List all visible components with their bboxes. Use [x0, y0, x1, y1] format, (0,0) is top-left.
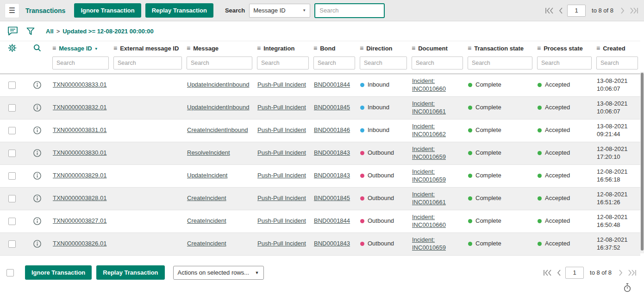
- row-checkbox[interactable]: [8, 127, 16, 134]
- bond-link[interactable]: BND0001844: [314, 217, 350, 224]
- column-menu-icon[interactable]: ≡: [187, 44, 190, 52]
- breadcrumb-filter-condition-link[interactable]: Updated >= 12-08-2021 00:00:00: [63, 28, 154, 35]
- column-search-input-message-id[interactable]: [52, 56, 109, 69]
- bond-link[interactable]: BND0001843: [314, 240, 350, 247]
- list-personalization-button[interactable]: [6, 42, 18, 54]
- ignore-transaction-button[interactable]: Ignore Transaction: [74, 3, 141, 18]
- column-header-process-state[interactable]: ≡Process state: [535, 41, 594, 55]
- actions-on-selected-rows-select[interactable]: Actions on selected rows... ▼: [173, 266, 264, 280]
- page-input[interactable]: [567, 5, 586, 17]
- column-header-transaction-state[interactable]: ≡Transaction state: [465, 41, 535, 55]
- column-menu-icon[interactable]: ≡: [113, 44, 117, 52]
- footer-last-page-button[interactable]: [627, 269, 638, 277]
- document-link[interactable]: Incident: INC0010659: [412, 168, 446, 183]
- message-link[interactable]: CreateIncident: [187, 217, 226, 224]
- column-menu-icon[interactable]: ≡: [52, 44, 56, 52]
- record-preview-button[interactable]: [33, 239, 42, 248]
- column-menu-icon[interactable]: ≡: [537, 44, 541, 52]
- collaboration-chat-button[interactable]: [6, 25, 20, 38]
- row-checkbox[interactable]: [8, 150, 16, 157]
- message-id-link[interactable]: TXN0000003827.01: [53, 217, 106, 224]
- footer-replay-transaction-button[interactable]: Replay Transaction: [96, 265, 164, 280]
- document-link[interactable]: Incident: INC0010661: [412, 191, 446, 206]
- row-checkbox[interactable]: [8, 195, 16, 202]
- column-search-input-external-message-id[interactable]: [113, 56, 182, 69]
- message-link[interactable]: CreateIncidentInbound: [187, 126, 248, 133]
- footer-previous-page-button[interactable]: [556, 269, 562, 277]
- record-preview-button[interactable]: [33, 149, 42, 157]
- message-link[interactable]: ResolveIncident: [187, 149, 230, 156]
- vertical-scrollbar[interactable]: [640, 72, 644, 253]
- global-search-input[interactable]: [314, 3, 385, 18]
- integration-link[interactable]: Push-Pull Incident: [257, 195, 306, 201]
- previous-page-button[interactable]: [557, 6, 564, 15]
- record-preview-button[interactable]: [33, 103, 42, 112]
- scrollbar-thumb[interactable]: [641, 73, 644, 251]
- column-menu-icon[interactable]: ≡: [412, 44, 415, 52]
- response-time-indicator[interactable]: [623, 283, 631, 294]
- integration-link[interactable]: Push-Pull Incident: [257, 172, 306, 179]
- integration-link[interactable]: Push-Pull Incident: [257, 217, 306, 224]
- search-field-select[interactable]: Message ID ▼: [249, 4, 310, 18]
- column-search-input-created[interactable]: [596, 56, 638, 69]
- record-preview-button[interactable]: [33, 217, 42, 226]
- message-id-link[interactable]: TXN0000003829.01: [53, 172, 106, 179]
- message-link[interactable]: UpdateIncidentInbound: [187, 81, 249, 88]
- column-header-message[interactable]: ≡Message: [184, 41, 255, 55]
- row-checkbox[interactable]: [8, 218, 16, 225]
- message-link[interactable]: UpdateIncident: [187, 172, 227, 179]
- message-id-link[interactable]: TXN0000003832.01: [53, 104, 106, 111]
- column-header-direction[interactable]: ≡Direction: [357, 41, 409, 55]
- column-header-document[interactable]: ≡Document: [409, 41, 465, 55]
- bond-link[interactable]: BND0001843: [314, 172, 350, 179]
- next-page-button[interactable]: [619, 6, 626, 15]
- select-all-footer-checkbox[interactable]: [6, 269, 14, 276]
- column-header-created[interactable]: ≡Created: [594, 41, 640, 55]
- column-search-input-message[interactable]: [187, 56, 252, 69]
- document-link[interactable]: Incident: INC0010659: [412, 236, 446, 251]
- record-preview-button[interactable]: [33, 81, 42, 89]
- bond-link[interactable]: BND0001844: [314, 81, 350, 88]
- message-id-link[interactable]: TXN0000003830.01: [53, 149, 106, 156]
- bond-link[interactable]: BND0001846: [314, 126, 350, 133]
- integration-link[interactable]: Push-Pull Incident: [257, 104, 306, 111]
- message-id-link[interactable]: TXN0000003828.01: [53, 195, 106, 201]
- document-link[interactable]: Incident: INC0010661: [412, 100, 446, 115]
- message-id-link[interactable]: TXN0000003833.01: [53, 81, 106, 88]
- column-menu-icon[interactable]: ≡: [257, 44, 261, 52]
- record-preview-button[interactable]: [33, 171, 42, 180]
- row-checkbox[interactable]: [8, 172, 16, 180]
- document-link[interactable]: Incident: INC0010662: [412, 123, 446, 138]
- column-menu-icon[interactable]: ≡: [313, 44, 317, 52]
- replay-transaction-button[interactable]: Replay Transaction: [145, 3, 213, 18]
- column-search-input-transaction-state[interactable]: [468, 56, 532, 69]
- page-title-link[interactable]: Transactions: [25, 7, 65, 14]
- hamburger-menu-button[interactable]: ☰: [5, 3, 19, 18]
- footer-page-input[interactable]: [565, 267, 584, 279]
- column-menu-icon[interactable]: ≡: [468, 44, 471, 52]
- column-header-external-message-id[interactable]: ≡External message ID: [111, 41, 184, 55]
- column-menu-icon[interactable]: ≡: [596, 44, 600, 52]
- document-link[interactable]: Incident: INC0010660: [412, 213, 446, 228]
- breadcrumb-all-link[interactable]: All: [46, 28, 54, 35]
- last-page-button[interactable]: [629, 6, 639, 15]
- bond-link[interactable]: BND0001845: [314, 195, 350, 201]
- row-checkbox[interactable]: [8, 82, 16, 89]
- row-checkbox[interactable]: [8, 240, 16, 248]
- integration-link[interactable]: Push-Pull Incident: [257, 149, 306, 156]
- column-search-input-bond[interactable]: [313, 56, 355, 69]
- message-link[interactable]: UpdateIncidentInbound: [187, 104, 249, 111]
- integration-link[interactable]: Push-Pull Incident: [257, 240, 306, 247]
- record-preview-button[interactable]: [33, 194, 42, 203]
- column-header-integration[interactable]: ≡Integration: [255, 41, 311, 55]
- column-search-input-integration[interactable]: [257, 56, 309, 69]
- row-checkbox[interactable]: [8, 104, 16, 112]
- bond-link[interactable]: BND0001843: [314, 149, 350, 156]
- column-search-input-process-state[interactable]: [537, 56, 592, 69]
- document-link[interactable]: Incident: INC0010659: [412, 145, 446, 160]
- filter-button[interactable]: [25, 25, 37, 37]
- bond-link[interactable]: BND0001845: [314, 104, 350, 111]
- integration-link[interactable]: Push-Pull Incident: [257, 126, 306, 133]
- footer-ignore-transaction-button[interactable]: Ignore Transaction: [25, 265, 92, 280]
- column-search-input-direction[interactable]: [360, 56, 407, 69]
